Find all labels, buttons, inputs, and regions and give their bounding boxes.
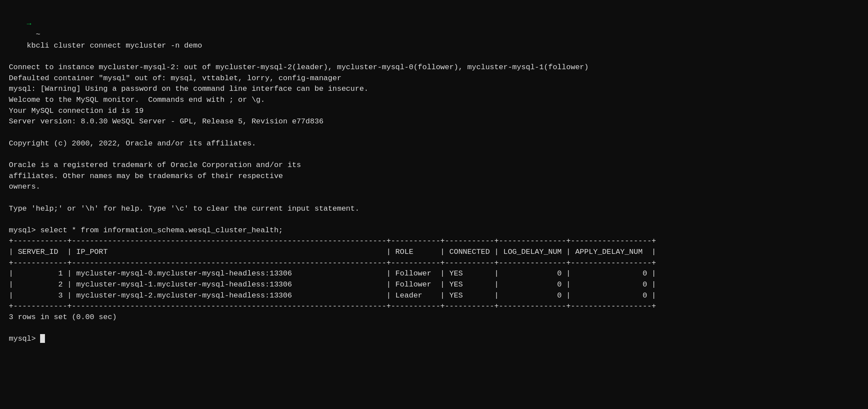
empty-line-2 bbox=[9, 149, 859, 160]
prompt-line: → ~ kbcli cluster connect mycluster -n d… bbox=[9, 8, 859, 62]
warning-line: mysql: [Warning] Using a password on the… bbox=[9, 84, 859, 95]
connection-id-line: Your MySQL connection id is 19 bbox=[9, 106, 859, 117]
table-row-3: | 3 | mycluster-mysql-2.mycluster-mysql-… bbox=[9, 290, 859, 301]
table-border-header: +------------+--------------------------… bbox=[9, 258, 859, 269]
terminal: → ~ kbcli cluster connect mycluster -n d… bbox=[9, 8, 859, 345]
empty-line-3 bbox=[9, 193, 859, 204]
connect-info-line: Connect to instance mycluster-mysql-2: o… bbox=[9, 62, 859, 73]
prompt-tilde: ~ bbox=[27, 30, 45, 39]
final-prompt-line[interactable]: mysql> bbox=[9, 334, 859, 345]
table-row-2: | 2 | mycluster-mysql-1.mycluster-mysql-… bbox=[9, 279, 859, 290]
cursor bbox=[40, 334, 45, 343]
prompt-command: kbcli cluster connect mycluster -n demo bbox=[27, 41, 202, 50]
copyright-line: Copyright (c) 2000, 2022, Oracle and/or … bbox=[9, 138, 859, 149]
empty-line-1 bbox=[9, 127, 859, 138]
table-border-top: +------------+--------------------------… bbox=[9, 236, 859, 247]
empty-line-5 bbox=[9, 323, 859, 334]
rows-count-line: 3 rows in set (0.00 sec) bbox=[9, 312, 859, 323]
server-version-line: Server version: 8.0.30 WeSQL Server - GP… bbox=[9, 116, 859, 127]
oracle-line-2: affiliates. Other names may be trademark… bbox=[9, 171, 859, 182]
table-row-1: | 1 | mycluster-mysql-0.mycluster-mysql-… bbox=[9, 268, 859, 279]
table-border-bottom: +------------+--------------------------… bbox=[9, 301, 859, 312]
oracle-line-1: Oracle is a registered trademark of Orac… bbox=[9, 160, 859, 171]
empty-line-4 bbox=[9, 214, 859, 225]
defaulted-container-line: Defaulted container "mysql" out of: mysq… bbox=[9, 73, 859, 84]
query-line: mysql> select * from information_schema.… bbox=[9, 225, 859, 236]
oracle-line-3: owners. bbox=[9, 182, 859, 193]
prompt-arrow: → bbox=[27, 20, 31, 28]
table-header: | SERVER_ID | IP_PORT | ROLE | CONNECTED… bbox=[9, 247, 859, 258]
welcome-line: Welcome to the MySQL monitor. Commands e… bbox=[9, 95, 859, 106]
help-line: Type 'help;' or '\h' for help. Type '\c'… bbox=[9, 204, 859, 215]
